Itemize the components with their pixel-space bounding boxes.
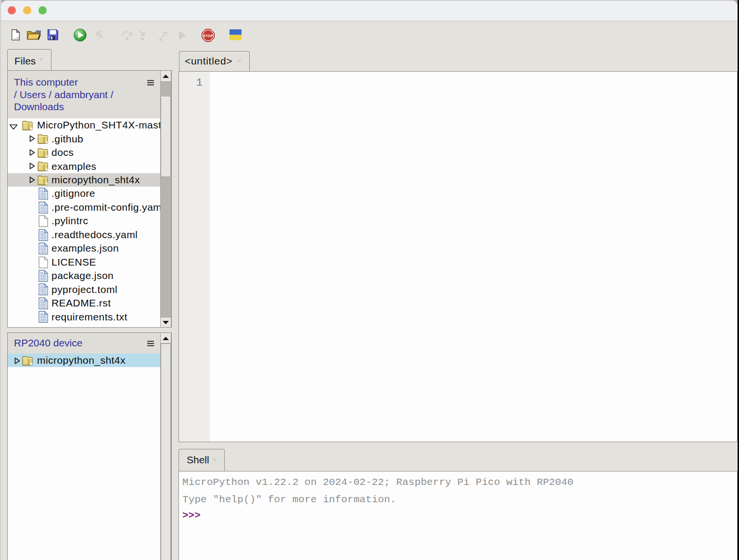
svg-text:STOP: STOP	[203, 34, 213, 38]
